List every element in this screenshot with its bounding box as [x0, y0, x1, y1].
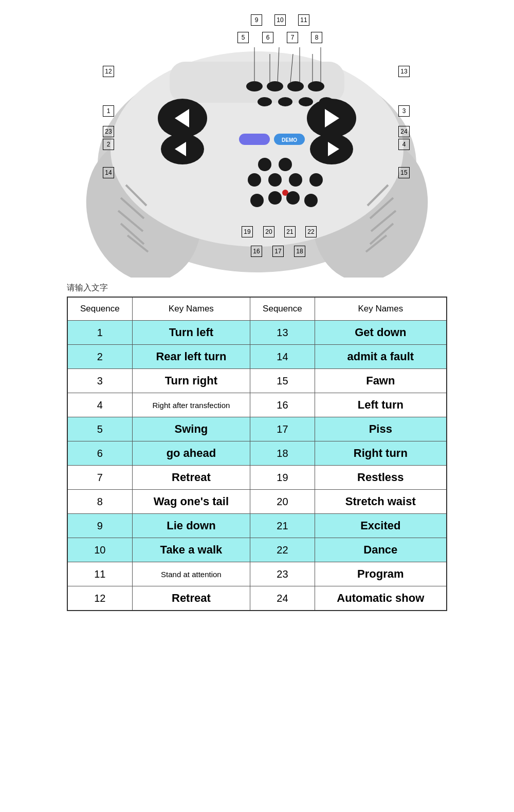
svg-text:DEMO: DEMO — [282, 137, 297, 143]
name-cell-left: Retreat — [132, 586, 250, 611]
label-7: 7 — [287, 32, 298, 43]
name-cell-right: Fawn — [315, 369, 447, 393]
svg-point-39 — [309, 173, 323, 187]
label-8: 8 — [311, 32, 322, 43]
seq-cell: 8 — [67, 490, 132, 514]
label-19: 19 — [242, 226, 253, 237]
table-section: Sequence Key Names Sequence Key Names 1T… — [36, 297, 478, 611]
svg-point-23 — [246, 81, 263, 91]
svg-point-24 — [267, 81, 283, 91]
label-20: 20 — [263, 226, 274, 237]
svg-point-36 — [248, 173, 261, 187]
name-cell-left: Swing — [132, 417, 250, 441]
name-cell-left: go ahead — [132, 441, 250, 466]
controller-image-wrapper: DEMO — [72, 10, 442, 278]
name-cell-left: Lie down — [132, 514, 250, 538]
svg-point-34 — [258, 158, 271, 171]
label-24: 24 — [398, 126, 410, 137]
label-9: 9 — [251, 14, 262, 26]
name-cell-right: Restless — [315, 466, 447, 490]
label-6: 6 — [262, 32, 273, 43]
seq-cell: 1 — [67, 321, 132, 345]
label-10: 10 — [274, 14, 286, 26]
seq-cell: 20 — [250, 490, 315, 514]
name-cell-right: Automatic show — [315, 586, 447, 611]
svg-point-37 — [268, 173, 282, 187]
table-row: 4Right after transfection16Left turn — [67, 393, 447, 417]
label-18: 18 — [294, 246, 305, 257]
label-16: 16 — [251, 246, 262, 257]
svg-point-38 — [289, 173, 302, 187]
seq-cell: 4 — [67, 393, 132, 417]
label-11: 11 — [298, 14, 309, 26]
header-seq-2: Sequence — [250, 297, 315, 321]
seq-cell: 21 — [250, 514, 315, 538]
svg-rect-31 — [239, 134, 270, 145]
name-cell-left: Turn right — [132, 369, 250, 393]
table-row: 7Retreat19Restless — [67, 466, 447, 490]
table-row: 2Rear left turn14admit a fault — [67, 345, 447, 369]
seq-cell: 12 — [67, 586, 132, 611]
svg-point-27 — [258, 97, 272, 106]
name-cell-right: Dance — [315, 538, 447, 562]
label-13: 13 — [398, 66, 410, 77]
key-mapping-table: Sequence Key Names Sequence Key Names 1T… — [67, 297, 447, 611]
seq-cell: 11 — [67, 562, 132, 586]
seq-cell: 3 — [67, 369, 132, 393]
label-1: 1 — [103, 105, 114, 117]
seq-cell: 19 — [250, 466, 315, 490]
name-cell-left: Retreat — [132, 466, 250, 490]
svg-point-41 — [268, 191, 282, 205]
table-row: 9Lie down21Excited — [67, 514, 447, 538]
header-seq-1: Sequence — [67, 297, 132, 321]
name-cell-left: Wag one's tail — [132, 490, 250, 514]
svg-point-40 — [250, 194, 264, 207]
svg-point-29 — [299, 97, 313, 106]
svg-point-43 — [286, 191, 300, 205]
table-row: 1Turn left13Get down — [67, 321, 447, 345]
label-2: 2 — [103, 139, 114, 150]
name-cell-right: Excited — [315, 514, 447, 538]
label-15: 15 — [398, 167, 410, 178]
label-22: 22 — [305, 226, 317, 237]
label-23: 23 — [103, 126, 114, 137]
seq-cell: 7 — [67, 466, 132, 490]
seq-cell: 24 — [250, 586, 315, 611]
seq-cell: 18 — [250, 441, 315, 466]
label-14: 14 — [103, 167, 114, 178]
label-4: 4 — [398, 139, 410, 150]
name-cell-right: admit a fault — [315, 345, 447, 369]
name-cell-right: Program — [315, 562, 447, 586]
svg-point-28 — [278, 97, 292, 106]
name-cell-right: Stretch waist — [315, 490, 447, 514]
table-header-row: Sequence Key Names Sequence Key Names — [67, 297, 447, 321]
label-12: 12 — [103, 66, 114, 77]
name-cell-left: Stand at attention — [132, 562, 250, 586]
name-cell-right: Get down — [315, 321, 447, 345]
label-21: 21 — [284, 226, 296, 237]
table-row: 10Take a walk22Dance — [67, 538, 447, 562]
seq-cell: 13 — [250, 321, 315, 345]
table-row: 8Wag one's tail20Stretch waist — [67, 490, 447, 514]
name-cell-right: Piss — [315, 417, 447, 441]
seq-cell: 6 — [67, 441, 132, 466]
header-name-2: Key Names — [315, 297, 447, 321]
seq-cell: 22 — [250, 538, 315, 562]
table-row: 6go ahead18Right turn — [67, 441, 447, 466]
svg-point-30 — [319, 97, 334, 106]
seq-cell: 23 — [250, 562, 315, 586]
table-row: 11Stand at attention23Program — [67, 562, 447, 586]
name-cell-left: Right after transfection — [132, 393, 250, 417]
name-cell-right: Left turn — [315, 393, 447, 417]
label-17: 17 — [272, 246, 284, 257]
seq-cell: 2 — [67, 345, 132, 369]
header-name-1: Key Names — [132, 297, 250, 321]
seq-cell: 9 — [67, 514, 132, 538]
seq-cell: 15 — [250, 369, 315, 393]
controller-section: DEMO — [0, 0, 514, 283]
seq-cell: 10 — [67, 538, 132, 562]
seq-cell: 14 — [250, 345, 315, 369]
name-cell-left: Turn left — [132, 321, 250, 345]
name-cell-left: Take a walk — [132, 538, 250, 562]
table-row: 3Turn right15Fawn — [67, 369, 447, 393]
